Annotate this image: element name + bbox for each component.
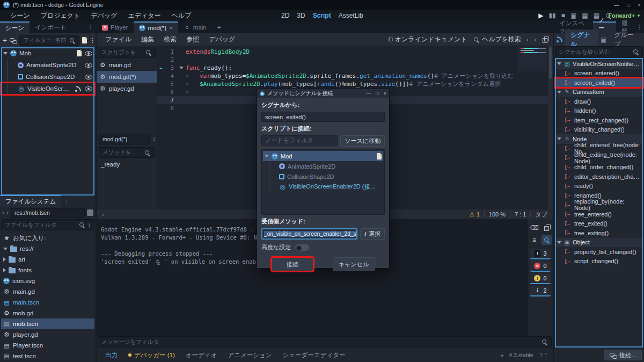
play-button[interactable]: ▶ (538, 12, 543, 19)
bottom-panel-tab[interactable]: デバッガー (1) (124, 350, 179, 360)
stop-button[interactable]: ■ (561, 12, 565, 19)
debugger-badge-warn[interactable]: !0 (530, 273, 551, 284)
scene-tree-menu-icon[interactable]: ⋮ (90, 37, 96, 44)
float-panel-icon[interactable] (541, 36, 548, 43)
bottom-panel-tab[interactable]: シェーダーエディター (279, 350, 350, 360)
menu-project[interactable]: プロジェクト (36, 10, 85, 21)
scene-tree-row[interactable]: VisibleOnScreenEnab... (1, 83, 94, 95)
signal-row[interactable]: child_order_changed() (555, 163, 643, 172)
menu-scene[interactable]: シーン (5, 10, 35, 21)
attach-script-button[interactable] (82, 37, 87, 44)
bottom-panel-tab[interactable]: アニメーション (223, 350, 276, 360)
signal-row[interactable]: child_exiting_tree(node: Node) (555, 153, 643, 163)
file-row[interactable]: res:// (1, 243, 94, 254)
collapse-duplicates-icon[interactable]: ≡ (529, 235, 539, 245)
signal-row[interactable]: editor_description_changed(... (555, 172, 643, 182)
menu-edit[interactable]: 編集 (137, 34, 158, 45)
scene-tree-row[interactable]: AnimatedSprite2D (1, 59, 94, 71)
node-filter-input[interactable]: ノードをフィルタ (261, 135, 338, 146)
menu-file[interactable]: ファイル (101, 34, 136, 45)
pick-method-button[interactable]: i 選択 (360, 228, 385, 240)
filesystem-menu-icon[interactable]: ⋮ (61, 195, 72, 207)
visibility-eye-icon[interactable] (85, 86, 92, 91)
cancel-button[interactable]: キャンセル (333, 257, 375, 271)
code-minimap[interactable] (517, 47, 547, 71)
tab-filesystem[interactable]: ファイルシステム (0, 195, 61, 207)
expand-arrow-icon[interactable] (557, 241, 561, 244)
visibility-eye-icon[interactable] (85, 63, 92, 68)
bottom-panel-tab[interactable]: オーディオ (181, 350, 222, 360)
signal-row[interactable]: screen_exited() (555, 78, 643, 88)
file-row[interactable]: icon.svg (1, 276, 94, 286)
dialog-tree-row[interactable]: CollisionShape2D (263, 171, 383, 182)
dialog-close-button[interactable]: × (384, 91, 386, 96)
tab-close-icon[interactable]: × (169, 25, 173, 31)
signal-row[interactable]: script_changed() (555, 257, 643, 266)
file-row[interactable]: art (1, 254, 94, 265)
scene-tab[interactable]: mod(*) × (134, 21, 178, 33)
script-list-item[interactable]: mod.gd(*) (97, 71, 157, 83)
panel-collapse-icon[interactable]: ‹ (102, 211, 104, 218)
pause-button[interactable]: ▮▮ (549, 12, 556, 19)
dialog-titlebar[interactable]: メソッドにシグナルを接続 — □ × (257, 89, 389, 98)
debugger-badge-note[interactable]: !3 (530, 249, 551, 259)
split-mode-icon[interactable] (87, 209, 93, 216)
code-line[interactable]: 5»$AnimatedSprite2D.play(mob_types[randi… (157, 80, 553, 88)
code-line[interactable]: ↪3func _ready(): (157, 64, 553, 72)
file-row[interactable]: fonts (1, 265, 94, 276)
signal-row[interactable]: ready() (555, 182, 643, 191)
filesystem-filter-input[interactable]: ファイルをフィルタ ↕ (1, 219, 94, 230)
nav-forward-icon[interactable]: › (534, 36, 536, 44)
menu-search[interactable]: 検索 (159, 34, 181, 45)
clear-output-icon[interactable]: ⌫ (529, 222, 539, 233)
zoom-level[interactable]: 100 % (489, 211, 506, 218)
workspace-tab[interactable]: 2D (281, 12, 289, 19)
script-icon[interactable] (77, 50, 82, 56)
visibility-eye-icon[interactable] (85, 75, 92, 79)
window-close-button[interactable]: × (638, 2, 641, 8)
add-node-button[interactable]: + (3, 36, 7, 45)
file-row[interactable]: main.tscn (1, 297, 94, 308)
file-row[interactable]: mob.gd (1, 308, 94, 318)
file-row[interactable]: お気に入り: (1, 233, 94, 243)
scene-tab[interactable]: + (212, 21, 226, 33)
menu-help[interactable]: ヘルプ (167, 10, 196, 21)
methods-filter-input[interactable]: メソッドを絞り込 (99, 147, 155, 158)
signal-row[interactable]: screen_entered() (555, 69, 643, 78)
warnings-indicator[interactable]: ⚠ 1 (470, 211, 480, 218)
signal-filter-input[interactable]: シグナルを絞り込む (555, 46, 643, 57)
output-search-icon[interactable] (541, 235, 552, 245)
expand-arrow-icon[interactable] (3, 52, 8, 55)
instance-scene-button[interactable] (10, 37, 17, 44)
signal-connection-icon[interactable] (75, 85, 82, 92)
expand-arrow-icon[interactable] (557, 91, 561, 93)
movie-maker-icon[interactable]: ▦ (582, 12, 588, 19)
window-maximize-button[interactable]: □ (627, 2, 630, 8)
scene-tab[interactable]: Player (97, 21, 134, 33)
history-back-icon[interactable]: ‹ (2, 209, 4, 216)
signal-row[interactable]: Object (555, 238, 643, 248)
dialog-maximize-button[interactable]: □ (376, 91, 378, 96)
dialog-tree-row[interactable]: Mod (263, 151, 383, 161)
indent-mode[interactable]: タブ (535, 211, 547, 219)
mute-audio-icon[interactable]: ♪ (501, 352, 503, 358)
menu-debug[interactable]: デバッグ (86, 10, 122, 21)
expand-arrow-icon[interactable] (265, 155, 269, 157)
signal-row[interactable]: CanvasItem (555, 88, 643, 97)
tab-scene[interactable]: シーン (0, 21, 30, 33)
sort-icon[interactable]: ↕ (87, 221, 91, 229)
file-row[interactable]: mob.tscn (1, 318, 94, 329)
dialog-tree-row[interactable]: VisibleOnScreenEnabler2D (接続元) (263, 182, 383, 192)
signal-row[interactable]: VisibleOnScreenNotifier2D (555, 59, 643, 69)
dialog-tree-row[interactable]: AnimatedSprite2D (263, 161, 383, 171)
workspace-tab[interactable]: 3D (297, 12, 305, 19)
go-to-source-button[interactable]: ソースに移動 (340, 135, 385, 147)
scene-dock-menu-icon[interactable]: ⋮ (85, 21, 96, 33)
signal-row[interactable]: item_rect_changed() (555, 115, 643, 125)
file-row[interactable]: player.gd (1, 329, 94, 340)
signal-row[interactable]: replacing_by(node: Node) (555, 200, 643, 210)
debugger-badge-err[interactable]: ×0 (530, 261, 551, 272)
scene-tab[interactable]: main (178, 21, 212, 33)
signal-row[interactable]: tree_exited() (555, 219, 643, 229)
history-forward-icon[interactable]: › (6, 209, 9, 216)
